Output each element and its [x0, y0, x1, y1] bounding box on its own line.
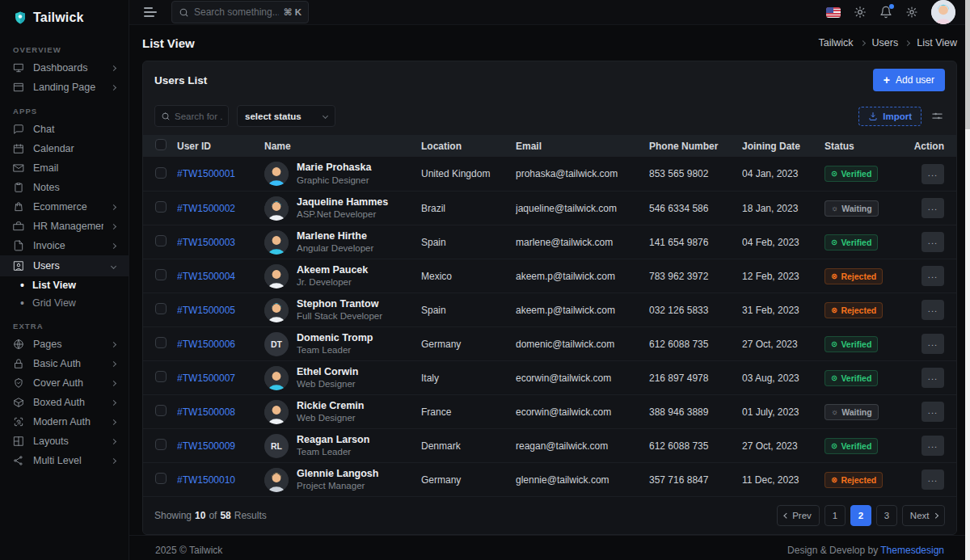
- user-avatar[interactable]: [931, 0, 955, 24]
- light-mode-icon[interactable]: [854, 6, 867, 19]
- user-joining-date: 18 Jan, 2023: [742, 203, 824, 214]
- row-actions-button[interactable]: ...: [922, 300, 944, 320]
- settings-gear-icon[interactable]: [905, 6, 918, 19]
- notifications-bell-icon[interactable]: [879, 6, 892, 19]
- add-user-button[interactable]: + Add user: [873, 69, 945, 91]
- global-search: ⌘ K: [171, 1, 309, 23]
- select-all-checkbox[interactable]: [155, 139, 167, 150]
- row-checkbox[interactable]: [155, 405, 167, 416]
- user-joining-date: 31 Feb, 2023: [742, 305, 824, 316]
- import-button[interactable]: Import: [858, 107, 922, 126]
- sidebar-item-email[interactable]: Email: [0, 158, 129, 178]
- status-badge: ⊗Rejected: [824, 268, 883, 284]
- user-id-link[interactable]: #TW1500009: [177, 440, 235, 452]
- user-name: Ethel Corwin: [297, 366, 358, 379]
- user-role: ASP.Net Developer: [297, 208, 388, 220]
- status-filter-select[interactable]: select status: [237, 105, 335, 127]
- user-role: Full Stack Developer: [297, 310, 382, 322]
- sidebar-item-chat[interactable]: Chat: [0, 120, 129, 139]
- hamburger-menu-icon[interactable]: [141, 4, 160, 20]
- breadcrumb-item: List View: [917, 37, 957, 48]
- status-icon: ⊗: [831, 306, 837, 314]
- row-actions-button[interactable]: ...: [922, 334, 944, 354]
- sidebar-item-pages[interactable]: Pages: [0, 335, 129, 354]
- sidebar-item-cover-auth[interactable]: Cover Auth: [0, 373, 129, 393]
- row-checkbox[interactable]: [155, 473, 167, 484]
- row-actions-button[interactable]: ...: [922, 402, 944, 422]
- col-header: Action: [908, 141, 956, 152]
- row-checkbox[interactable]: [155, 439, 167, 450]
- sidebar-subitem-grid-view[interactable]: • Grid View: [0, 294, 129, 312]
- sidebar-subitem-list-view[interactable]: • List View: [0, 276, 129, 294]
- sidebar-item-modern-auth[interactable]: Modern Auth: [0, 412, 129, 432]
- user-id-link[interactable]: #TW1500002: [177, 203, 235, 214]
- row-checkbox[interactable]: [155, 337, 167, 348]
- breadcrumb-item[interactable]: Users: [872, 37, 899, 48]
- sidebar-item-label: Dashboards: [33, 62, 103, 74]
- sidebar-item-layouts[interactable]: Layouts: [0, 432, 129, 451]
- row-actions-button[interactable]: ...: [922, 164, 944, 184]
- page-button-1[interactable]: 1: [824, 505, 846, 526]
- user-id-link[interactable]: #TW1500005: [177, 305, 235, 316]
- chevron-right-icon: [111, 223, 116, 229]
- user-id-link[interactable]: #TW1500003: [177, 237, 235, 248]
- row-actions-button[interactable]: ...: [922, 436, 944, 456]
- user-phone: 357 716 8847: [649, 474, 742, 486]
- page-button-2[interactable]: 2: [850, 505, 871, 526]
- user-id-link[interactable]: #TW1500006: [177, 339, 235, 350]
- user-phone: 216 897 4978: [649, 373, 742, 384]
- user-id-link[interactable]: #TW1500008: [177, 406, 235, 418]
- chevron-right-icon: [111, 341, 116, 347]
- brand-logo[interactable]: Tailwick: [0, 0, 129, 36]
- page-footer: 2025 © Tailwick Design & Develop by Them…: [129, 535, 970, 560]
- sidebar-item-calendar[interactable]: Calendar: [0, 139, 129, 158]
- scrollbar[interactable]: [965, 0, 970, 560]
- row-actions-button[interactable]: ...: [922, 469, 944, 490]
- row-actions-button[interactable]: ...: [922, 266, 944, 286]
- language-flag-icon[interactable]: [826, 7, 841, 18]
- sidebar-item-multi-level[interactable]: Multi Level: [0, 451, 129, 470]
- user-id-link[interactable]: #TW1500004: [177, 271, 235, 282]
- row-checkbox[interactable]: [155, 269, 167, 280]
- plus-icon: +: [884, 74, 890, 86]
- sidebar-item-notes[interactable]: Notes: [0, 178, 129, 197]
- row-checkbox[interactable]: [155, 371, 167, 382]
- table-options-icon[interactable]: [930, 108, 945, 124]
- row-checkbox[interactable]: [155, 167, 167, 179]
- col-header: Name: [264, 141, 421, 152]
- row-checkbox[interactable]: [155, 235, 167, 246]
- prev-page-button[interactable]: Prev: [777, 505, 820, 526]
- row-actions-button[interactable]: ...: [922, 368, 944, 388]
- sidebar-item-landing-page[interactable]: Landing Page: [0, 78, 129, 97]
- row-actions-button[interactable]: ...: [922, 232, 944, 252]
- table-header-row: User ID Name Location Email Phone Number…: [143, 135, 956, 157]
- sidebar-item-users[interactable]: Users: [0, 255, 129, 276]
- pager: Prev 123 Next: [777, 505, 945, 526]
- themesdesign-link[interactable]: Themesdesign: [880, 545, 944, 556]
- table-row: #TW1500005 Stephon TrantowFull Stack Dev…: [143, 293, 956, 326]
- status-icon: ☼: [831, 408, 838, 416]
- sidebar-item-boxed-auth[interactable]: Boxed Auth: [0, 393, 129, 412]
- page-button-3[interactable]: 3: [876, 505, 897, 526]
- sidebar-item-basic-auth[interactable]: Basic Auth: [0, 354, 129, 373]
- col-header: Joining Date: [742, 141, 824, 152]
- row-actions-button[interactable]: ...: [922, 198, 944, 218]
- row-checkbox[interactable]: [155, 303, 167, 314]
- user-name: Jaqueline Hammes: [297, 196, 388, 209]
- row-checkbox[interactable]: [155, 201, 167, 213]
- sidebar-item-hr-management[interactable]: HR Management: [0, 217, 129, 236]
- user-id-link[interactable]: #TW1500007: [177, 373, 235, 384]
- user-joining-date: 04 Feb, 2023: [742, 237, 824, 248]
- search-input[interactable]: [194, 6, 279, 18]
- user-id-link[interactable]: #TW1500001: [177, 168, 235, 179]
- user-location: France: [421, 406, 516, 418]
- sidebar-item-invoice[interactable]: Invoice: [0, 236, 129, 255]
- sidebar-item-ecommerce[interactable]: Ecommerce: [0, 197, 129, 217]
- next-page-button[interactable]: Next: [902, 505, 945, 526]
- table-search-input[interactable]: [175, 112, 222, 121]
- breadcrumb-item[interactable]: Tailwick: [818, 37, 853, 48]
- col-header: Phone Number: [649, 141, 742, 152]
- sidebar-item-dashboards[interactable]: Dashboards: [0, 58, 129, 78]
- user-role: Graphic Designer: [297, 175, 371, 186]
- user-id-link[interactable]: #TW1500010: [177, 474, 235, 486]
